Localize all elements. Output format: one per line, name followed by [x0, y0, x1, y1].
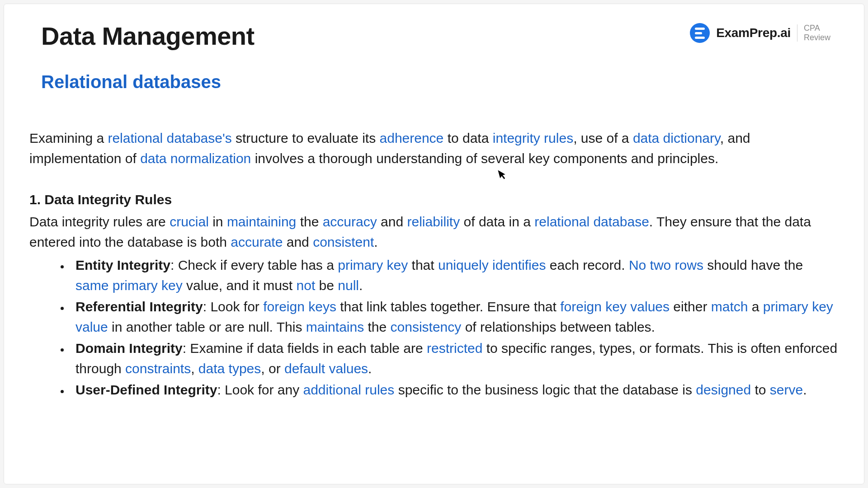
- brand-logo: ExamPrep.ai CPA Review: [690, 23, 830, 43]
- section-block: 1. Data Integrity Rules Data integrity r…: [29, 189, 839, 400]
- brand-divider: [797, 24, 797, 42]
- intro-paragraph: Examining a relational database's struct…: [29, 128, 839, 169]
- page-title: Data Management: [41, 22, 690, 50]
- brand-name: ExamPrep.ai: [716, 26, 791, 40]
- section-heading: 1. Data Integrity Rules: [29, 189, 839, 210]
- brand-logo-icon: [690, 23, 710, 43]
- brand-tagline-line1: CPA: [804, 23, 830, 33]
- brand-tagline: CPA Review: [804, 23, 830, 42]
- header-row: Data Management Relational databases Exa…: [29, 22, 839, 110]
- list-item: Domain Integrity: Examine if data fields…: [70, 338, 839, 379]
- page-subtitle: Relational databases: [41, 72, 690, 92]
- bullet-list: Entity Integrity: Check if every table h…: [29, 255, 839, 400]
- list-item: Referential Integrity: Look for foreign …: [70, 296, 839, 337]
- section-lead: Data integrity rules are crucial in main…: [29, 214, 811, 249]
- slide-page: Data Management Relational databases Exa…: [4, 4, 864, 484]
- mouse-cursor-icon: [497, 168, 509, 183]
- list-item: User-Defined Integrity: Look for any add…: [70, 380, 839, 400]
- list-item: Entity Integrity: Check if every table h…: [70, 255, 839, 296]
- title-block: Data Management Relational databases: [29, 22, 690, 110]
- brand-tagline-line2: Review: [804, 33, 830, 42]
